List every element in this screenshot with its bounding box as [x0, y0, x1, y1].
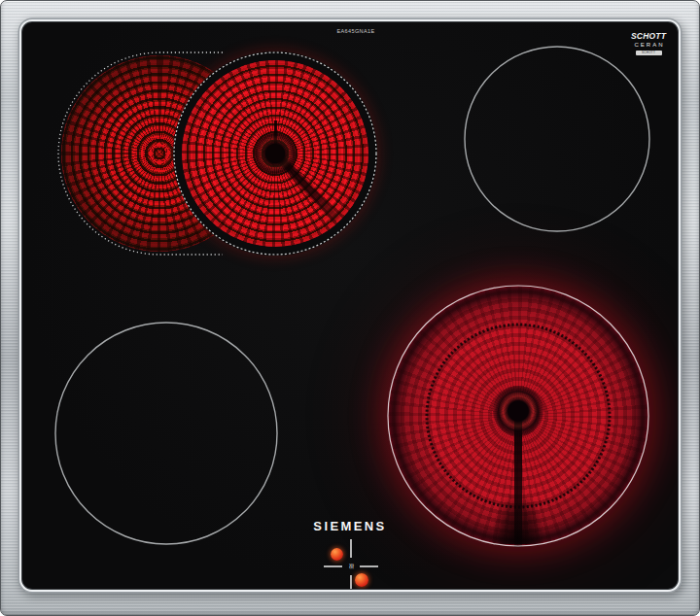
residual-heat-indicator: ≋: [324, 539, 378, 589]
cooktop: EA645GNA1E SCHOTT CERAN SCHOTT CERAN SIE…: [0, 0, 700, 616]
zone-front-right-glowing: [388, 286, 648, 546]
sensor-center-shadow: [493, 386, 543, 436]
schott-ceran-subtext-pill: SCHOTT CERAN: [636, 51, 662, 55]
schott-ceran-logo: SCHOTT CERAN SCHOTT CERAN: [631, 32, 666, 55]
sensor-stem-shadow: [514, 411, 522, 547]
residual-heat-icon: ≋: [347, 563, 355, 569]
sensor-center-shadow: [253, 131, 298, 176]
sensor-wire-shadow: [274, 120, 277, 155]
cross-mark-bottom: [350, 575, 352, 589]
zone-rear-left-main-glowing: [173, 51, 377, 256]
zone-front-left-outline: [55, 323, 277, 544]
siemens-brand-logo: SIEMENS: [313, 519, 386, 533]
schott-logo-text: SCHOTT: [631, 32, 666, 41]
model-number-label: EA645GNA1E: [336, 28, 374, 34]
sensor-base-shadow: [493, 494, 543, 544]
zone-rear-right-outline: [465, 47, 649, 231]
ceramic-glass-surface: EA645GNA1E SCHOTT CERAN SCHOTT CERAN SIE…: [22, 22, 678, 589]
heat-indicator-dot-front: [355, 573, 368, 587]
ceran-logo-text: CERAN: [631, 42, 666, 48]
cross-mark-right: [360, 565, 378, 567]
cross-mark-top: [350, 539, 352, 558]
cross-mark-left: [324, 565, 342, 567]
sensor-stem-shadow: [272, 151, 339, 222]
heat-indicator-dot-rear: [331, 548, 343, 561]
